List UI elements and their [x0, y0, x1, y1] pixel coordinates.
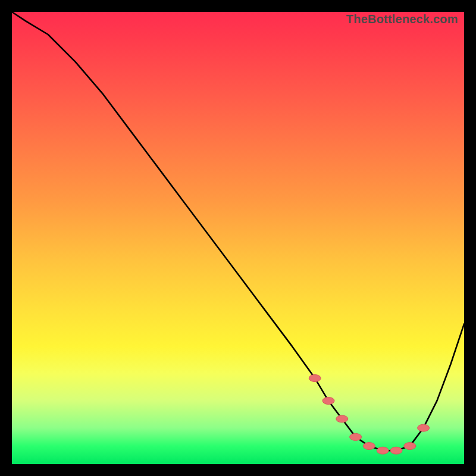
- highlight-marker: [377, 447, 389, 454]
- highlight-markers: [309, 375, 429, 455]
- highlight-marker: [404, 443, 416, 450]
- bottleneck-curve-path: [12, 12, 464, 450]
- highlight-marker: [336, 415, 348, 422]
- chart-plot-area: TheBottleneck.com: [12, 12, 464, 464]
- highlight-marker: [363, 443, 375, 450]
- highlight-marker: [418, 424, 430, 431]
- chart-svg: [12, 12, 464, 464]
- highlight-marker: [350, 433, 362, 440]
- highlight-marker: [390, 447, 402, 454]
- chart-frame: TheBottleneck.com: [0, 0, 476, 476]
- highlight-marker: [322, 397, 334, 405]
- highlight-marker: [309, 375, 321, 382]
